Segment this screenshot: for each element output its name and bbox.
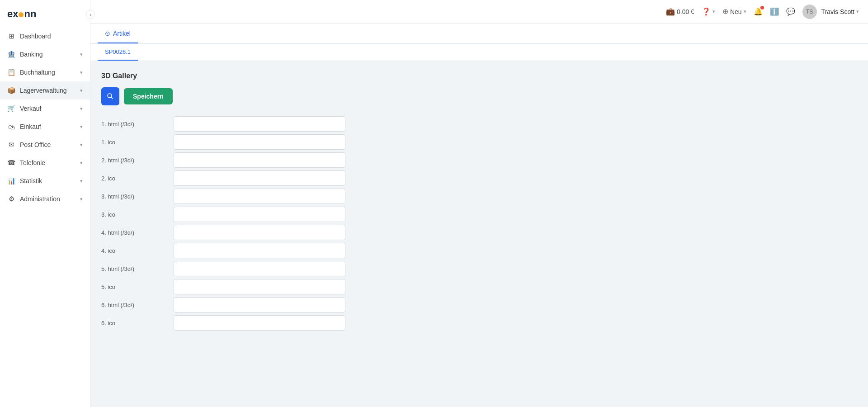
section-title: 3D Gallery bbox=[101, 72, 857, 80]
sidebar-toggle[interactable]: ‹ bbox=[86, 10, 95, 19]
form-row: 4. html (/3d/) bbox=[101, 225, 857, 240]
form-row: 2. html (/3d/) bbox=[101, 152, 857, 168]
messages-icon-button[interactable]: 💬 bbox=[786, 7, 795, 16]
sidebar-item-left: 📋 Buchhaltung bbox=[7, 68, 55, 76]
new-chevron: ▾ bbox=[744, 9, 746, 14]
sidebar-item-left: 🛍 Einkauf bbox=[7, 123, 41, 131]
sidebar-item-banking[interactable]: 🏦 Banking ▾ bbox=[0, 45, 90, 63]
field-input-10[interactable] bbox=[174, 297, 345, 312]
field-label-2: 2. html (/3d/) bbox=[101, 157, 174, 164]
field-input-3[interactable] bbox=[174, 170, 345, 186]
field-input-1[interactable] bbox=[174, 134, 345, 150]
statistik-icon: 📊 bbox=[7, 177, 15, 185]
new-label: Neu bbox=[730, 8, 742, 15]
sidebar-item-buchhaltung[interactable]: 📋 Buchhaltung ▾ bbox=[0, 63, 90, 81]
search-button[interactable] bbox=[101, 87, 119, 105]
sidebar-item-left: ☎ Telefonie bbox=[7, 159, 45, 167]
chevron-down-icon: ▾ bbox=[80, 70, 83, 76]
plus-icon: ⊕ bbox=[722, 7, 728, 16]
sidebar-item-label: Telefonie bbox=[20, 159, 45, 166]
form-row: 2. ico bbox=[101, 170, 857, 186]
tab-bar: ⊙ Artikel bbox=[90, 24, 868, 44]
sub-tab-sp0026[interactable]: SP0026.1 bbox=[98, 44, 138, 61]
sidebar-item-einkauf[interactable]: 🛍 Einkauf ▾ bbox=[0, 118, 90, 136]
content-area: ⊙ Artikel SP0026.1 3D Gallery Speich bbox=[90, 24, 868, 407]
user-menu[interactable]: TS Travis Scott ▾ bbox=[802, 5, 859, 19]
sidebar-item-left: 🏦 Banking bbox=[7, 50, 43, 58]
sidebar-item-statistik[interactable]: 📊 Statistik ▾ bbox=[0, 172, 90, 190]
sidebar-item-left: ⊞ Dashboard bbox=[7, 32, 51, 40]
field-input-7[interactable] bbox=[174, 243, 345, 258]
avatar: TS bbox=[802, 5, 817, 19]
sidebar-item-label: Buchhaltung bbox=[20, 69, 55, 76]
field-input-6[interactable] bbox=[174, 225, 345, 240]
chevron-down-icon: ▾ bbox=[80, 52, 83, 57]
tab-artikel[interactable]: ⊙ Artikel bbox=[98, 24, 138, 43]
sidebar-item-label: Banking bbox=[20, 51, 43, 58]
form-row: 3. html (/3d/) bbox=[101, 189, 857, 204]
toolbar: Speichern bbox=[101, 87, 857, 105]
field-input-4[interactable] bbox=[174, 189, 345, 204]
sidebar-item-label: Lagerverwaltung bbox=[20, 87, 67, 94]
sidebar-item-label: Verkauf bbox=[20, 105, 41, 112]
form-row: 6. ico bbox=[101, 315, 857, 331]
form-row: 1. ico bbox=[101, 134, 857, 150]
sidebar-item-telefonie[interactable]: ☎ Telefonie ▾ bbox=[0, 154, 90, 172]
main-content: 💼 0.00 € ❓ ▾ ⊕ Neu ▾ 🔔 ℹ️ 💬 TS Travis Sc… bbox=[90, 0, 868, 407]
field-label-0: 1. html (/3d/) bbox=[101, 121, 174, 128]
sidebar-item-label: Statistik bbox=[20, 177, 42, 185]
field-input-8[interactable] bbox=[174, 261, 345, 276]
sidebar-item-lagerverwaltung[interactable]: 📦 Lagerverwaltung ▾ bbox=[0, 81, 90, 99]
field-input-9[interactable] bbox=[174, 279, 345, 294]
balance-display: 💼 0.00 € bbox=[666, 7, 694, 16]
administration-icon: ⚙ bbox=[7, 195, 15, 203]
field-input-0[interactable] bbox=[174, 116, 345, 132]
logo-text: exnn bbox=[7, 8, 36, 20]
field-input-5[interactable] bbox=[174, 207, 345, 222]
buchhaltung-icon: 📋 bbox=[7, 68, 15, 76]
artikel-tab-icon: ⊙ bbox=[105, 30, 110, 37]
sidebar-item-left: ⚙ Administration bbox=[7, 195, 60, 203]
form-fields: 1. html (/3d/) 1. ico 2. html (/3d/) 2. … bbox=[101, 116, 857, 331]
sub-tab-bar: SP0026.1 bbox=[90, 44, 868, 61]
sidebar-item-left: 📦 Lagerverwaltung bbox=[7, 86, 67, 95]
sidebar-item-left: ✉ Post Office bbox=[7, 141, 51, 149]
new-menu[interactable]: ⊕ Neu ▾ bbox=[722, 7, 746, 16]
form-row: 5. html (/3d/) bbox=[101, 261, 857, 276]
chevron-down-icon: ▾ bbox=[80, 106, 83, 112]
info-icon-button[interactable]: ℹ️ bbox=[770, 7, 779, 16]
post-office-icon: ✉ bbox=[7, 141, 15, 149]
sidebar-item-label: Einkauf bbox=[20, 123, 41, 130]
chevron-down-icon: ▾ bbox=[80, 124, 83, 130]
help-icon: ❓ bbox=[702, 7, 711, 16]
wallet-icon: 💼 bbox=[666, 7, 675, 16]
lagerverwaltung-icon: 📦 bbox=[7, 86, 15, 95]
svg-line-1 bbox=[111, 97, 113, 99]
help-menu[interactable]: ❓ ▾ bbox=[702, 7, 715, 16]
field-label-1: 1. ico bbox=[101, 139, 174, 146]
sidebar-item-left: 🛒 Verkauf bbox=[7, 104, 41, 113]
field-input-11[interactable] bbox=[174, 315, 345, 331]
sidebar-item-administration[interactable]: ⚙ Administration ▾ bbox=[0, 190, 90, 208]
chevron-down-icon: ▾ bbox=[80, 88, 83, 94]
sidebar-item-verkauf[interactable]: 🛒 Verkauf ▾ bbox=[0, 99, 90, 118]
sidebar-item-label: Post Office bbox=[20, 141, 51, 148]
verkauf-icon: 🛒 bbox=[7, 104, 15, 113]
search-icon bbox=[107, 93, 114, 100]
field-label-9: 5. ico bbox=[101, 284, 174, 290]
help-chevron: ▾ bbox=[712, 9, 715, 14]
sidebar-item-dashboard[interactable]: ⊞ Dashboard bbox=[0, 27, 90, 45]
field-label-7: 4. ico bbox=[101, 247, 174, 254]
sub-tab-label: SP0026.1 bbox=[105, 48, 131, 55]
save-button[interactable]: Speichern bbox=[124, 88, 173, 104]
field-input-2[interactable] bbox=[174, 152, 345, 168]
sidebar-nav: ⊞ Dashboard 🏦 Banking ▾ 📋 Buchhaltung ▾ … bbox=[0, 27, 90, 407]
artikel-tab-label: Artikel bbox=[113, 30, 131, 37]
sidebar-item-left: 📊 Statistik bbox=[7, 177, 42, 185]
notifications-bell[interactable]: 🔔 bbox=[754, 7, 763, 16]
balance-amount: 0.00 € bbox=[677, 8, 694, 15]
page-content: 3D Gallery Speichern 1. html (/3d/) 1. i… bbox=[90, 61, 868, 344]
form-row: 1. html (/3d/) bbox=[101, 116, 857, 132]
form-row: 4. ico bbox=[101, 243, 857, 258]
sidebar-item-post-office[interactable]: ✉ Post Office ▾ bbox=[0, 136, 90, 154]
